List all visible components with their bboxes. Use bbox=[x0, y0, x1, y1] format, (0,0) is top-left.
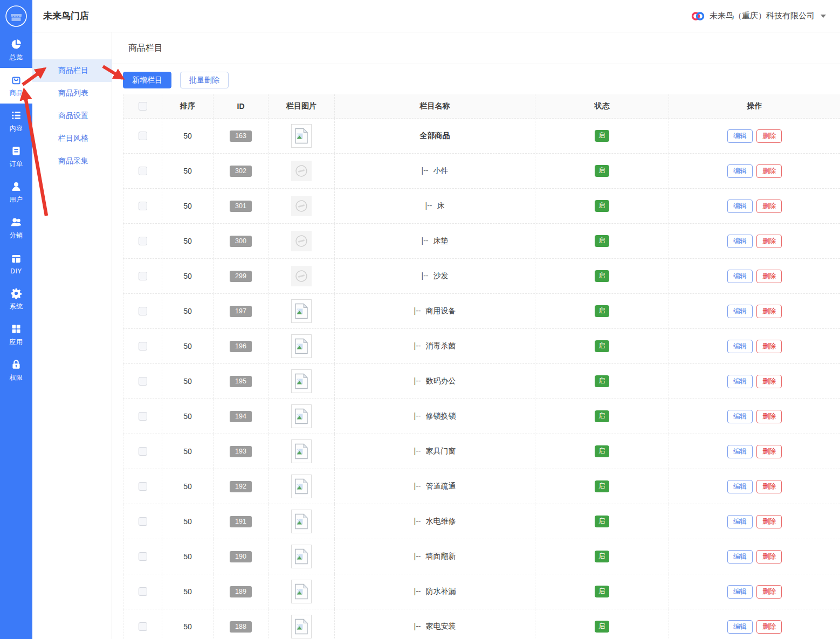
submenu-item-category-style[interactable]: 栏目风格 bbox=[32, 127, 112, 150]
row-checkbox[interactable] bbox=[139, 342, 147, 351]
status-badge[interactable]: 启 bbox=[595, 480, 609, 492]
submenu-item-goods-settings[interactable]: 商品设置 bbox=[32, 105, 112, 127]
actions-cell: 编辑删除 bbox=[669, 189, 840, 223]
delete-button[interactable]: 删除 bbox=[756, 129, 782, 143]
status-cell: 启 bbox=[535, 364, 669, 398]
edit-button[interactable]: 编辑 bbox=[727, 200, 753, 213]
batch-delete-button[interactable]: 批量删除 bbox=[180, 72, 229, 88]
delete-button[interactable]: 删除 bbox=[756, 445, 782, 458]
edit-button[interactable]: 编辑 bbox=[727, 445, 753, 458]
edit-button[interactable]: 编辑 bbox=[727, 410, 753, 423]
edit-button[interactable]: 编辑 bbox=[727, 480, 753, 493]
status-badge[interactable]: 启 bbox=[595, 375, 609, 387]
delete-button[interactable]: 删除 bbox=[756, 375, 782, 388]
row-checkbox[interactable] bbox=[139, 552, 147, 561]
status-badge[interactable]: 启 bbox=[595, 165, 609, 177]
status-badge[interactable]: 启 bbox=[595, 410, 609, 422]
row-checkbox[interactable] bbox=[139, 132, 147, 140]
sort-value: 50 bbox=[162, 574, 214, 609]
edit-button[interactable]: 编辑 bbox=[727, 515, 753, 528]
select-all-checkbox[interactable] bbox=[139, 102, 147, 111]
edit-button[interactable]: 编辑 bbox=[727, 305, 753, 318]
row-checkbox[interactable] bbox=[139, 587, 147, 596]
delete-button[interactable]: 删除 bbox=[756, 550, 782, 564]
status-badge[interactable]: 启 bbox=[595, 270, 609, 282]
delete-button[interactable]: 删除 bbox=[756, 235, 782, 248]
status-badge[interactable]: 启 bbox=[595, 586, 609, 597]
delete-button[interactable]: 删除 bbox=[756, 340, 782, 353]
row-checkbox[interactable] bbox=[139, 202, 147, 210]
edit-button[interactable]: 编辑 bbox=[727, 620, 753, 634]
status-badge[interactable]: 启 bbox=[595, 621, 609, 633]
edit-button[interactable]: 编辑 bbox=[727, 375, 753, 388]
actions-cell: 编辑删除 bbox=[669, 294, 840, 328]
submenu-item-goods-category[interactable]: 商品栏目 bbox=[32, 59, 112, 82]
id-cell: 301 bbox=[214, 189, 268, 223]
sidebar-item-diy[interactable]: DIY bbox=[0, 246, 32, 281]
category-image-cell bbox=[268, 434, 335, 469]
sidebar-item-goods[interactable]: 商品 bbox=[0, 68, 32, 104]
row-checkbox[interactable] bbox=[139, 482, 147, 491]
edit-button[interactable]: 编辑 bbox=[727, 585, 753, 599]
row-checkbox[interactable] bbox=[139, 517, 147, 526]
status-badge[interactable]: 启 bbox=[595, 305, 609, 317]
status-badge[interactable]: 启 bbox=[595, 445, 609, 457]
row-checkbox-cell bbox=[123, 504, 162, 539]
edit-button[interactable]: 编辑 bbox=[727, 164, 753, 178]
delete-button[interactable]: 删除 bbox=[756, 305, 782, 318]
broken-image-icon bbox=[291, 124, 312, 148]
id-badge: 191 bbox=[230, 516, 252, 527]
row-checkbox-cell bbox=[123, 119, 162, 153]
row-checkbox[interactable] bbox=[139, 412, 147, 421]
status-badge[interactable]: 启 bbox=[595, 235, 609, 247]
header-image: 栏目图片 bbox=[268, 94, 335, 118]
child-prefix: |-- bbox=[422, 236, 429, 245]
sidebar-item-content[interactable]: 内容 bbox=[0, 104, 32, 139]
child-prefix: |-- bbox=[414, 341, 421, 350]
edit-button[interactable]: 编辑 bbox=[727, 340, 753, 353]
delete-button[interactable]: 删除 bbox=[756, 164, 782, 178]
sidebar-item-label: 总览 bbox=[10, 53, 23, 62]
sidebar-item-orders[interactable]: 订单 bbox=[0, 139, 32, 175]
row-checkbox[interactable] bbox=[139, 377, 147, 386]
category-image-cell bbox=[268, 224, 335, 258]
sidebar-item-distribution[interactable]: 分销 bbox=[0, 210, 32, 246]
row-checkbox[interactable] bbox=[139, 237, 147, 245]
company-switcher[interactable]: 未来鸟（重庆）科技有限公司 bbox=[691, 9, 826, 23]
submenu-item-goods-list[interactable]: 商品列表 bbox=[32, 82, 112, 105]
delete-button[interactable]: 删除 bbox=[756, 585, 782, 599]
category-name: |--数码办公 bbox=[414, 376, 456, 386]
delete-button[interactable]: 删除 bbox=[756, 200, 782, 213]
sidebar-item-label: 订单 bbox=[10, 160, 23, 169]
status-badge[interactable]: 启 bbox=[595, 551, 609, 562]
sidebar-item-apps[interactable]: 应用 bbox=[0, 317, 32, 353]
delete-button[interactable]: 删除 bbox=[756, 270, 782, 283]
delete-button[interactable]: 删除 bbox=[756, 480, 782, 493]
status-badge[interactable]: 启 bbox=[595, 516, 609, 527]
category-image-cell bbox=[268, 154, 335, 188]
delete-button[interactable]: 删除 bbox=[756, 620, 782, 634]
sidebar-item-users[interactable]: 用户 bbox=[0, 175, 32, 210]
row-checkbox[interactable] bbox=[139, 622, 147, 631]
row-checkbox[interactable] bbox=[139, 307, 147, 315]
sidebar-item-overview[interactable]: 总览 bbox=[0, 32, 32, 68]
row-checkbox[interactable] bbox=[139, 167, 147, 175]
add-category-button[interactable]: 新增栏目 bbox=[123, 72, 171, 88]
sidebar-item-permissions[interactable]: 权限 bbox=[0, 353, 32, 388]
status-badge[interactable]: 启 bbox=[595, 340, 609, 352]
category-name: |--沙发 bbox=[422, 271, 449, 281]
child-prefix: |-- bbox=[414, 482, 421, 490]
edit-button[interactable]: 编辑 bbox=[727, 129, 753, 143]
delete-button[interactable]: 删除 bbox=[756, 515, 782, 528]
edit-button[interactable]: 编辑 bbox=[727, 550, 753, 564]
status-badge[interactable]: 启 bbox=[595, 130, 609, 142]
edit-button[interactable]: 编辑 bbox=[727, 235, 753, 248]
row-checkbox[interactable] bbox=[139, 447, 147, 456]
edit-button[interactable]: 编辑 bbox=[727, 270, 753, 283]
row-checkbox[interactable] bbox=[139, 272, 147, 280]
status-badge[interactable]: 启 bbox=[595, 200, 609, 212]
submenu-item-goods-collect[interactable]: 商品采集 bbox=[32, 150, 112, 173]
actions-cell: 编辑删除 bbox=[669, 469, 840, 504]
delete-button[interactable]: 删除 bbox=[756, 410, 782, 423]
sidebar-item-system[interactable]: 系统 bbox=[0, 281, 32, 317]
